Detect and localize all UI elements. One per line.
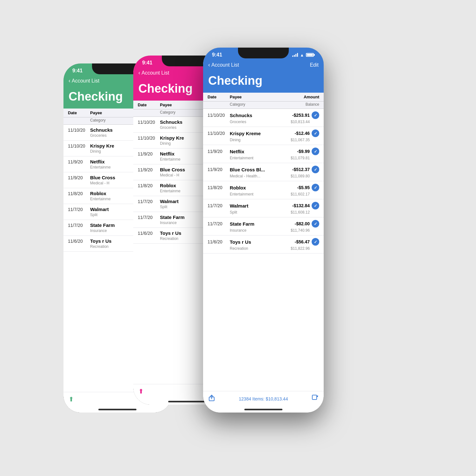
tx-row[interactable]: 11/8/20 Roblox -$5.95 Entertainment $11,… [203, 181, 324, 199]
home-bar-pink [168, 401, 206, 402]
cleared-icon [312, 220, 319, 228]
time-blue: 9:41 [212, 52, 222, 58]
back-btn-green[interactable]: ‹ Account List [69, 77, 99, 84]
time-pink: 9:41 [142, 60, 152, 66]
cleared-icon [312, 111, 319, 119]
footer-blue: 12384 Items: $10,813.44 [203, 391, 324, 406]
tx-row[interactable]: 11/10/20 Krispy Kreme -$12.46 Dining $11… [203, 127, 324, 145]
back-chevron-blue: ‹ [208, 62, 210, 68]
cleared-icon [312, 129, 319, 137]
tx-row[interactable]: 11/7/20 Walmart -$132.84 Split $11,608.1… [203, 199, 324, 217]
cleared-icon [312, 202, 319, 209]
back-chevron-green: ‹ [69, 77, 70, 84]
svg-rect-2 [312, 395, 317, 400]
back-chevron-pink: ‹ [138, 69, 140, 76]
time-green: 9:41 [72, 68, 83, 74]
account-title-blue: Checking [203, 71, 324, 93]
col-bal-blue: Balance [291, 102, 319, 107]
battery-icon-blue [306, 53, 315, 57]
back-label-pink: Account List [142, 70, 169, 76]
back-label-green: Account List [72, 78, 99, 84]
header-blue: ‹ Account List Edit [203, 60, 324, 71]
col-cat-blue: Category [230, 102, 291, 107]
back-label-blue: Account List [211, 62, 239, 68]
col-amount-blue: Amount [291, 95, 319, 99]
signal-bars-blue [292, 53, 298, 57]
col-date-green: Date [68, 110, 90, 115]
share-icon-blue[interactable] [208, 394, 215, 403]
tx-row[interactable]: 11/9/20 Netflix -$9.99 Entertainment $11… [203, 145, 324, 163]
home-indicator-green [63, 406, 171, 413]
share-icon-pink[interactable]: ⬆ [138, 387, 144, 395]
notch-blue [238, 48, 289, 58]
cleared-icon [312, 184, 319, 191]
share-icon-green[interactable]: ⬆ [69, 395, 74, 403]
home-bar-green [98, 409, 136, 410]
col-date-blue: Date [208, 95, 230, 99]
col-headers-sub-blue: Category Balance [203, 102, 324, 109]
col-date-pink: Date [138, 102, 160, 107]
home-indicator-blue [203, 406, 324, 413]
phone-blue: 9:41 ▲ ‹ Account List [203, 48, 324, 413]
cleared-icon [312, 238, 319, 246]
tx-row[interactable]: 11/10/20 Schnucks -$253.91 Groceries $10… [203, 109, 324, 127]
tx-row[interactable]: 11/6/20 Toys r Us -$56.47 Recreation $11… [203, 235, 324, 254]
home-bar-blue [244, 409, 282, 410]
tx-row[interactable]: 11/7/20 State Farm -$82.00 Insurance $11… [203, 217, 324, 235]
col-payee-blue: Payee [230, 95, 291, 99]
edit-btn-blue[interactable]: Edit [310, 62, 319, 68]
wifi-icon-blue: ▲ [300, 53, 304, 57]
compose-icon-blue[interactable] [312, 394, 319, 403]
back-btn-blue[interactable]: ‹ Account List [208, 62, 239, 68]
status-icons-blue: ▲ [292, 53, 315, 57]
cleared-icon [312, 148, 319, 155]
tx-row[interactable]: 11/9/20 Blue Cross Bl... -$512.37 Medica… [203, 163, 324, 181]
footer-count-blue: 12384 Items: $10,813.44 [239, 396, 288, 401]
transactions-blue: 11/10/20 Schnucks -$253.91 Groceries $10… [203, 109, 324, 391]
scene: 9:41 ‹ Account List Checking Date Payee … [63, 48, 413, 428]
cleared-icon [312, 166, 319, 173]
col-headers-blue: Date Payee Amount [203, 93, 324, 102]
back-btn-pink[interactable]: ‹ Account List [138, 69, 169, 76]
